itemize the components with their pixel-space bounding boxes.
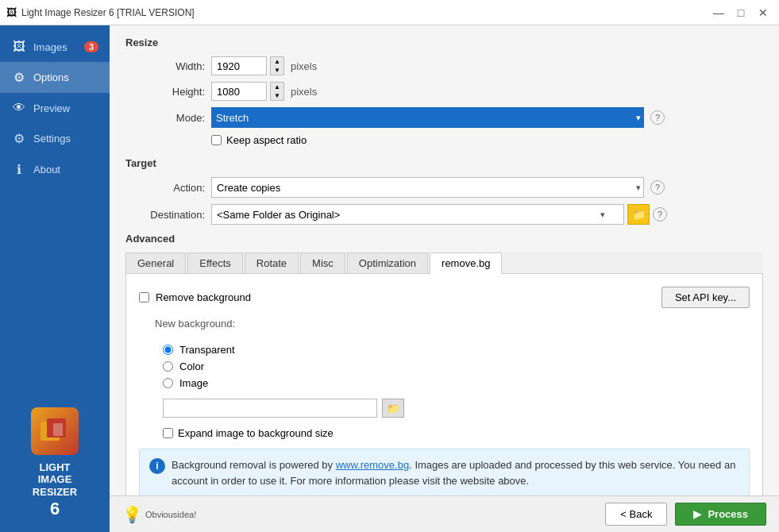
height-row: Height: ▲ ▼ pixels — [125, 82, 763, 101]
height-unit: pixels — [291, 86, 317, 98]
folder-browse-button[interactable]: 📁 — [627, 204, 650, 225]
obviousidea-label: Obviousidea! — [145, 510, 196, 519]
options-icon: ⚙ — [11, 70, 27, 85]
action-select[interactable]: Create copies — [211, 177, 644, 198]
images-badge: 3 — [84, 41, 98, 52]
expand-checkbox[interactable] — [163, 428, 173, 438]
play-icon: ▶ — [693, 508, 701, 520]
tab-general[interactable]: General — [125, 253, 186, 273]
width-input-group: ▲ ▼ — [211, 56, 284, 75]
process-label: Process — [708, 508, 748, 520]
tab-rotate[interactable]: Rotate — [245, 253, 299, 273]
logo-svg — [39, 415, 71, 447]
image-path-input[interactable] — [163, 399, 377, 418]
info-icon: i — [149, 458, 165, 474]
maximize-button[interactable]: □ — [731, 3, 750, 22]
image-input-row: 📁 — [163, 399, 750, 418]
content-area: Resize Width: ▲ ▼ pixels Height: — [110, 25, 779, 532]
titlebar-title: Light Image Resizer 6 [TRIAL VERSION] — [21, 7, 195, 18]
width-increment[interactable]: ▲ — [271, 57, 283, 66]
sidebar-item-settings-label: Settings — [33, 133, 71, 145]
settings-icon: ⚙ — [11, 131, 27, 146]
height-input-group: ▲ ▼ — [211, 82, 284, 101]
mode-help-icon[interactable]: ? — [650, 110, 665, 125]
sidebar-item-about[interactable]: ℹ About — [0, 154, 110, 185]
new-bg-label: New background: — [155, 318, 750, 330]
tab-effects[interactable]: Effects — [187, 253, 243, 273]
keep-aspect-label: Keep aspect ratio — [226, 134, 307, 146]
tab-misc[interactable]: Misc — [300, 253, 345, 273]
mode-select[interactable]: Stretch — [211, 107, 644, 128]
expand-label: Expand image to background size — [178, 427, 334, 439]
logo-num: 6 — [33, 499, 77, 519]
tab-remove-bg[interactable]: remove.bg — [430, 253, 502, 274]
logo-icon — [31, 407, 79, 455]
titlebar: 🖼 Light Image Resizer 6 [TRIAL VERSION] … — [0, 0, 779, 25]
color-radio[interactable] — [163, 361, 173, 372]
height-input[interactable] — [211, 82, 267, 101]
remove-bg-top: Remove background Set API key... — [139, 287, 750, 308]
width-label: Width: — [125, 60, 205, 72]
action-help-icon[interactable]: ? — [650, 180, 665, 195]
set-api-key-button[interactable]: Set API key... — [661, 287, 750, 308]
remove-bg-checkbox-row: Remove background — [139, 291, 251, 303]
advanced-section-label: Advanced — [125, 233, 763, 245]
sidebar-item-about-label: About — [33, 164, 60, 175]
width-input[interactable] — [211, 56, 267, 75]
image-radio-label: Image — [179, 377, 208, 389]
sidebar-logo: LIGHT IMAGE RESIZER 6 — [0, 395, 110, 532]
remove-bg-checkbox[interactable] — [139, 292, 149, 303]
height-increment[interactable]: ▲ — [271, 83, 283, 91]
keep-aspect-checkbox[interactable] — [211, 135, 222, 145]
height-label: Height: — [125, 86, 205, 98]
obviousidea-icon: 💡 — [122, 505, 142, 524]
transparent-radio-row: Transparent — [163, 344, 750, 356]
tabs-bar: General Effects Rotate Misc Optimization… — [125, 253, 763, 274]
action-select-wrapper: Create copies — [211, 177, 644, 198]
sidebar-item-options-label: Options — [33, 71, 69, 83]
app-icon: 🖼 — [6, 6, 17, 18]
folder-small-icon: 📁 — [387, 403, 399, 414]
width-decrement[interactable]: ▼ — [271, 66, 283, 75]
sidebar-item-options[interactable]: ⚙ Options — [0, 62, 110, 93]
transparent-label: Transparent — [179, 344, 235, 356]
width-unit: pixels — [291, 60, 317, 72]
sidebar-nav: 🖼 Images 3 ⚙ Options 👁 Preview ⚙ Setting… — [0, 25, 110, 395]
destination-help-icon[interactable]: ? — [653, 207, 667, 222]
target-section-label: Target — [125, 157, 763, 169]
process-button[interactable]: ▶ Process — [675, 503, 766, 526]
preview-icon: 👁 — [11, 101, 27, 115]
destination-select-wrapper: <Same Folder as Original> — [211, 204, 624, 225]
sidebar-item-settings[interactable]: ⚙ Settings — [0, 123, 110, 154]
about-icon: ℹ — [11, 162, 27, 177]
image-radio[interactable] — [163, 378, 173, 388]
tab-optimization[interactable]: Optimization — [347, 253, 428, 273]
info-box: i Background removal is powered by www.r… — [139, 449, 750, 495]
sidebar-item-preview[interactable]: 👁 Preview — [0, 93, 110, 123]
info-text-before: Background removal is powered by — [172, 459, 336, 471]
mode-row: Mode: Stretch ? — [125, 107, 763, 128]
sidebar-item-images-label: Images — [33, 41, 67, 53]
action-label: Action: — [125, 182, 205, 194]
close-button[interactable]: ✕ — [754, 3, 773, 22]
tab-content: Remove background Set API key... New bac… — [125, 274, 763, 495]
bottom-bar: 💡 Obviousidea! < Back ▶ Process — [110, 495, 779, 532]
advanced-section: Advanced General Effects Rotate Misc Opt… — [125, 233, 763, 495]
height-decrement[interactable]: ▼ — [271, 91, 283, 100]
svg-marker-2 — [53, 423, 63, 436]
destination-select[interactable]: <Same Folder as Original> — [211, 204, 624, 225]
bottom-logo: 💡 Obviousidea! — [122, 505, 196, 524]
main-layout: 🖼 Images 3 ⚙ Options 👁 Preview ⚙ Setting… — [0, 25, 779, 532]
width-row: Width: ▲ ▼ pixels — [125, 56, 763, 75]
destination-row: Destination: <Same Folder as Original> 📁… — [125, 204, 763, 225]
minimize-button[interactable]: — — [709, 3, 728, 22]
destination-label: Destination: — [125, 209, 205, 221]
color-radio-row: Color — [163, 360, 750, 372]
back-button[interactable]: < Back — [605, 503, 667, 526]
sidebar-item-images[interactable]: 🖼 Images 3 — [0, 32, 110, 62]
image-browse-button[interactable]: 📁 — [382, 399, 404, 418]
resize-section-label: Resize — [125, 37, 763, 48]
image-radio-row: Image — [163, 377, 750, 389]
remove-bg-link[interactable]: www.remove.bg — [336, 459, 409, 471]
transparent-radio[interactable] — [163, 345, 173, 355]
